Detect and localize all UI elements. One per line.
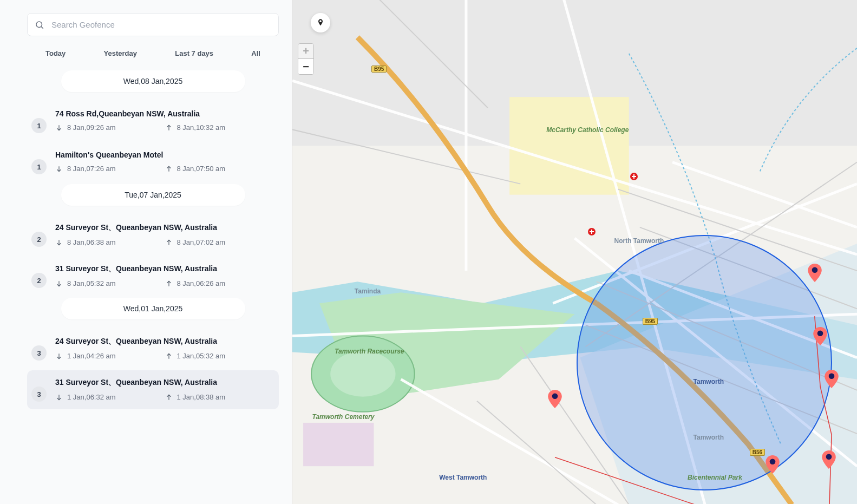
sidebar-panel: Today Yesterday Last 7 days All Wed,08 J… [0, 0, 292, 504]
road-badge-b95b: B95 [643, 318, 658, 325]
map-label-taminda: Taminda [355, 287, 381, 295]
tab-today[interactable]: Today [43, 46, 68, 61]
map-label-north-tamworth: North Tamworth [614, 237, 664, 245]
road-badge-b95a: B95 [371, 66, 387, 73]
map-label-bicentennial: Bicentennial Park [688, 474, 736, 481]
hospital-icon [630, 173, 638, 180]
geofence-entry[interactable]: 331 Surveyor St、Queanbeyan NSW, Australi… [27, 370, 279, 409]
search-input[interactable] [27, 13, 279, 36]
entry-time-in: 1 Jan,06:32 am [55, 393, 165, 401]
date-pill: Tue,07 Jan,2025 [61, 184, 245, 206]
svg-line-1 [41, 27, 43, 28]
hospital-icon [588, 228, 596, 235]
geofence-circle [577, 235, 832, 490]
zoom-controls: + − [298, 43, 314, 75]
entry-title: Hamilton's Queanbeyan Motel [55, 150, 274, 159]
map-panel[interactable]: McCarthy Catholic College North Tamworth… [292, 0, 857, 504]
geofence-entry[interactable]: 1Hamilton's Queanbeyan Motel8 Jan,07:26 … [27, 143, 279, 182]
entry-time-out: 8 Jan,07:50 am [165, 165, 275, 173]
geofence-entry[interactable]: 231 Surveyor St、Queanbeyan NSW, Australi… [27, 257, 279, 296]
arrow-up-icon [165, 239, 173, 246]
svg-point-0 [36, 22, 42, 28]
entry-badge: 1 [31, 159, 47, 174]
map-label-tamworth2: Tamworth [694, 434, 724, 441]
svg-point-42 [769, 459, 775, 465]
entry-title: 74 Ross Rd,Queanbeyan NSW, Australia [55, 109, 274, 118]
geofence-entry[interactable]: 224 Surveyor St、Queanbeyan NSW, Australi… [27, 215, 279, 254]
tab-all[interactable]: All [249, 46, 263, 61]
entry-time-in: 8 Jan,07:26 am [55, 165, 165, 173]
arrow-down-icon [55, 352, 63, 360]
entry-time-out: 1 Jan,05:32 am [165, 352, 275, 360]
arrow-down-icon [55, 394, 63, 401]
date-pill: Wed,08 Jan,2025 [61, 70, 245, 92]
svg-point-46 [812, 267, 817, 273]
date-pill: Wed,01 Jan,2025 [61, 298, 245, 319]
arrow-up-icon [165, 165, 173, 173]
entry-time-out: 8 Jan,10:32 am [165, 123, 275, 132]
entry-time-out: 8 Jan,07:02 am [165, 238, 275, 246]
entry-time-in: 8 Jan,06:38 am [55, 238, 165, 246]
entry-title: 31 Surveyor St、Queanbeyan NSW, Australia [55, 378, 274, 388]
arrow-down-icon [55, 124, 63, 132]
map-label-west-tamworth: West Tamworth [439, 474, 487, 481]
svg-point-43 [826, 454, 832, 460]
arrow-up-icon [165, 124, 173, 132]
map-marker[interactable] [825, 370, 839, 388]
entry-title: 24 Surveyor St、Queanbeyan NSW, Australia [55, 223, 274, 233]
arrow-up-icon [165, 352, 173, 360]
svg-rect-20 [303, 423, 374, 466]
entry-badge: 2 [31, 232, 47, 247]
map-marker[interactable] [548, 390, 562, 408]
entry-title: 31 Surveyor St、Queanbeyan NSW, Australia [55, 264, 274, 274]
search-field[interactable] [27, 13, 279, 36]
entry-time-in: 8 Jan,05:32 am [55, 279, 165, 287]
locate-button[interactable] [311, 13, 330, 32]
svg-point-41 [552, 393, 558, 399]
search-icon [35, 20, 44, 30]
arrow-down-icon [55, 239, 63, 246]
tab-yesterday[interactable]: Yesterday [102, 46, 139, 61]
map-marker[interactable] [808, 264, 822, 282]
svg-point-45 [817, 330, 823, 336]
entry-time-in: 8 Jan,09:26 am [55, 123, 165, 132]
entry-time-out: 8 Jan,06:26 am [165, 279, 275, 287]
entry-time-in: 1 Jan,04:26 am [55, 352, 165, 360]
geofence-entry[interactable]: 324 Surveyor St、Queanbeyan NSW, Australi… [27, 329, 279, 368]
entry-badge: 1 [31, 118, 47, 133]
arrow-up-icon [165, 394, 173, 401]
road-badge-b56: B56 [750, 449, 765, 456]
map-label-college: McCarthy Catholic College [546, 126, 595, 134]
entry-badge: 3 [31, 387, 47, 402]
zoom-out-button[interactable]: − [298, 59, 313, 74]
arrow-down-icon [55, 165, 63, 173]
entry-badge: 2 [31, 273, 47, 288]
arrow-down-icon [55, 280, 63, 287]
entry-badge: 3 [31, 345, 47, 361]
zoom-in-button[interactable]: + [298, 44, 313, 59]
map-label-tamworth: Tamworth [694, 378, 724, 385]
date-tabs: Today Yesterday Last 7 days All [27, 46, 279, 61]
map-label-racecourse: Tamworth Racecourse [335, 348, 383, 355]
tab-last-7-days[interactable]: Last 7 days [173, 46, 215, 61]
map-marker[interactable] [822, 450, 836, 469]
svg-point-19 [330, 351, 395, 397]
pin-icon [316, 18, 325, 27]
geofence-entry[interactable]: 174 Ross Rd,Queanbeyan NSW, Australia8 J… [27, 102, 279, 141]
arrow-up-icon [165, 280, 173, 287]
map-label-cemetery: Tamworth Cemetery [312, 413, 356, 421]
entry-time-out: 1 Jan,08:38 am [165, 393, 275, 401]
map-marker[interactable] [766, 455, 780, 474]
svg-point-44 [829, 373, 835, 379]
map-marker[interactable] [813, 327, 827, 345]
entry-title: 24 Surveyor St、Queanbeyan NSW, Australia [55, 337, 274, 346]
